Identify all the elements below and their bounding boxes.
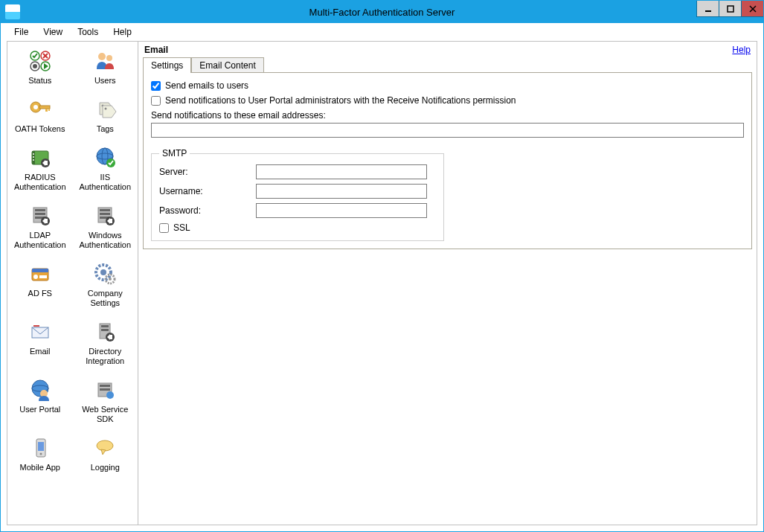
svg-point-56 (109, 278, 112, 281)
email-icon (27, 318, 54, 345)
main-pane: Status Users OATH Tokens Tags (7, 41, 757, 525)
key-icon (27, 96, 54, 123)
svg-point-27 (33, 159, 34, 161)
svg-rect-41 (45, 219, 48, 223)
menu-file[interactable]: File (8, 25, 34, 39)
page-title: Email (144, 45, 168, 55)
svg-rect-36 (35, 209, 45, 211)
sidebar-item-ldap-authentication[interactable]: LDAP Authentication (7, 199, 73, 257)
smtp-password-label: Password: (159, 205, 256, 216)
smtp-ssl-checkbox[interactable] (159, 223, 169, 233)
app-icon (5, 4, 20, 19)
gear-icon (92, 260, 118, 287)
smtp-server-input[interactable] (256, 164, 427, 179)
content-pane: Email Help Settings Email Content Send e… (138, 42, 757, 525)
send-notifications-checkbox[interactable] (151, 96, 161, 106)
svg-point-25 (33, 153, 34, 155)
send-emails-row: Send emails to users (151, 80, 744, 91)
svg-rect-18 (48, 109, 50, 111)
sidebar-item-label: Web Service SDK (74, 405, 137, 424)
sidebar-item-email[interactable]: Email (7, 315, 73, 374)
sidebar-item-tags[interactable]: Tags (73, 93, 138, 141)
svg-rect-52 (39, 275, 47, 278)
tab-settings[interactable]: Settings (143, 57, 191, 73)
sidebar-item-label: Users (94, 76, 116, 86)
iis-icon (92, 144, 118, 171)
svg-rect-48 (110, 219, 112, 223)
smtp-username-row: Username: (159, 184, 436, 199)
addresses-input[interactable] (151, 123, 744, 138)
svg-point-13 (106, 55, 112, 61)
radius-icon (27, 144, 54, 171)
tab-email-content[interactable]: Email Content (191, 57, 263, 72)
menu-help[interactable]: Help (107, 25, 138, 39)
svg-point-74 (39, 453, 42, 455)
svg-rect-16 (39, 106, 50, 109)
svg-rect-69 (100, 385, 110, 387)
smtp-username-input[interactable] (256, 184, 427, 199)
sidebar-item-label: RADIUS Authentication (9, 173, 71, 192)
sidebar-item-status[interactable]: Status (7, 45, 73, 93)
minimize-icon (704, 5, 712, 13)
sidebar-item-company-settings[interactable]: Company Settings (73, 257, 138, 315)
sidebar-item-web-service-sdk[interactable]: Web Service SDK (73, 374, 138, 432)
menu-tools[interactable]: Tools (71, 25, 104, 39)
svg-rect-61 (101, 329, 109, 331)
svg-marker-76 (101, 449, 106, 455)
svg-point-51 (33, 275, 38, 279)
svg-marker-21 (103, 106, 116, 118)
sidebar-item-label: Status (28, 76, 51, 86)
smtp-server-row: Server: (159, 164, 436, 179)
menu-view[interactable]: View (37, 25, 68, 39)
sidebar-item-label: Directory Integration (74, 347, 137, 366)
directory-icon (92, 318, 118, 345)
logging-icon (92, 435, 118, 461)
sidebar-item-radius-authentication[interactable]: RADIUS Authentication (7, 141, 73, 199)
sidebar-item-label: LDAP Authentication (9, 231, 71, 250)
tab-strip: Settings Email Content (143, 57, 752, 73)
sidebar-item-label: IIS Authentication (74, 173, 137, 192)
svg-point-26 (33, 156, 34, 158)
sidebar-item-directory-integration[interactable]: Directory Integration (73, 315, 138, 374)
svg-rect-70 (100, 388, 110, 391)
sidebar-item-oath-tokens[interactable]: OATH Tokens (7, 93, 73, 141)
close-button[interactable] (741, 1, 763, 17)
status-icon (27, 48, 54, 74)
svg-point-12 (98, 53, 106, 60)
help-link[interactable]: Help (732, 45, 751, 55)
svg-point-71 (106, 391, 114, 399)
svg-rect-73 (38, 442, 44, 451)
minimize-button[interactable] (696, 1, 719, 17)
sidebar-item-mobile-app[interactable]: Mobile App (7, 432, 73, 480)
sdk-icon (92, 376, 118, 403)
sidebar-item-label: Mobile App (20, 463, 60, 472)
mobile-icon (27, 435, 54, 461)
sidebar-item-label: Email (30, 347, 51, 356)
sidebar-item-logging[interactable]: Logging (73, 432, 138, 480)
maximize-button[interactable] (719, 1, 741, 17)
svg-point-75 (97, 440, 113, 451)
app-window: Multi-Factor Authentication Server File … (0, 0, 764, 532)
sidebar-item-adfs[interactable]: AD FS (7, 257, 73, 315)
smtp-legend: SMTP (159, 148, 190, 158)
send-emails-checkbox[interactable] (151, 81, 161, 91)
tags-icon (92, 96, 118, 123)
sidebar-item-label: OATH Tokens (15, 124, 65, 134)
send-notifications-row: Send notifications to User Portal admini… (151, 95, 744, 106)
smtp-password-input[interactable] (256, 203, 427, 218)
sidebar-item-user-portal[interactable]: User Portal (7, 374, 73, 432)
sidebar-item-users[interactable]: Users (73, 45, 138, 93)
sidebar-item-iis-authentication[interactable]: IIS Authentication (73, 141, 138, 199)
svg-point-9 (33, 64, 37, 68)
svg-rect-60 (101, 325, 109, 327)
sidebar: Status Users OATH Tokens Tags (7, 42, 138, 525)
sidebar-item-windows-authentication[interactable]: Windows Authentication (73, 199, 138, 257)
svg-rect-17 (45, 109, 48, 112)
svg-rect-43 (100, 209, 110, 211)
svg-rect-37 (35, 213, 45, 215)
menubar: File View Tools Help (1, 23, 763, 41)
addresses-label: Send notifications to these email addres… (151, 110, 744, 121)
svg-rect-58 (33, 325, 39, 327)
sidebar-item-label: AD FS (28, 289, 52, 298)
svg-rect-64 (110, 335, 112, 339)
